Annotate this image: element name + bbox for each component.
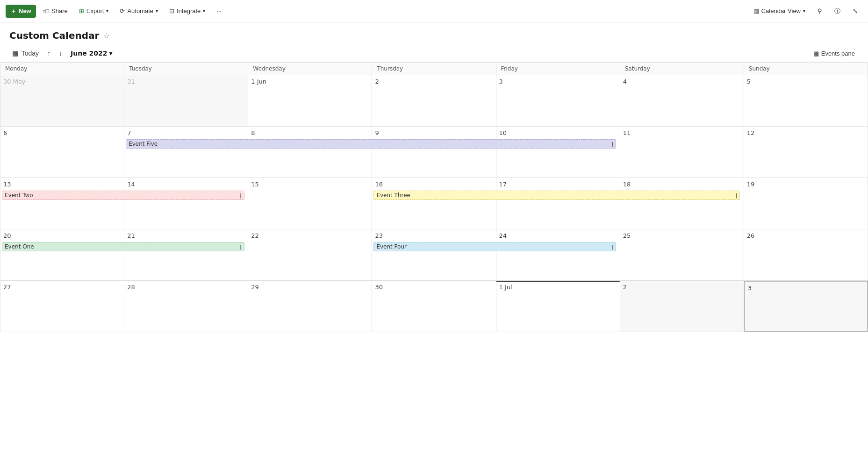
integrate-label: Integrate (177, 7, 201, 14)
toolbar: ＋ New ↑□ Share ⊞ Export ▾ ⟳ Automate ▾ ⊡… (0, 0, 868, 22)
events-pane-button[interactable]: ▦ Events pane (810, 48, 859, 59)
calendar-day-cell[interactable]: 25 (620, 229, 744, 281)
calendar-day-cell[interactable]: 26 (744, 229, 868, 281)
arrow-down-icon: ↓ (59, 50, 62, 57)
next-month-button[interactable]: ↓ (56, 48, 65, 59)
calendar-day-cell[interactable]: 30 (372, 281, 496, 332)
calendar-day-cell[interactable]: 4 (620, 75, 744, 127)
event-bar[interactable]: Event Two| (2, 191, 244, 200)
day-number: 12 (747, 129, 865, 136)
calendar-day-cell[interactable]: 3 (496, 75, 620, 127)
favorite-star-icon[interactable]: ☆ (103, 31, 109, 40)
calendar-day-cell[interactable]: 12 (744, 127, 868, 178)
info-button[interactable]: ⓘ (830, 5, 845, 18)
arrow-up-icon: ↑ (47, 50, 50, 57)
prev-month-button[interactable]: ↑ (44, 48, 53, 59)
automate-label: Automate (127, 7, 153, 14)
calendar-day-cell[interactable]: 23Event Four| (372, 229, 496, 281)
event-bar[interactable]: Event Five| (126, 139, 616, 149)
calendar-day-cell[interactable]: 24 (496, 229, 620, 281)
day-number: 7 (127, 129, 245, 136)
calendar-day-cell[interactable]: 31 (124, 75, 248, 127)
calendar-day-cell[interactable]: 21 (124, 229, 248, 281)
day-number: 19 (747, 181, 865, 188)
export-button[interactable]: ⊞ Export ▾ (74, 5, 114, 17)
day-number: 10 (499, 129, 617, 136)
calendar-day-cell[interactable]: 10 (496, 127, 620, 178)
event-bar[interactable]: Event Four| (373, 242, 616, 251)
event-resize-handle[interactable]: | (612, 142, 613, 147)
day-number: 24 (499, 232, 617, 239)
event-bar[interactable]: Event Three| (373, 191, 740, 200)
day-number: 31 (127, 78, 245, 85)
day-number: 18 (623, 181, 741, 188)
event-resize-handle[interactable]: | (736, 193, 737, 198)
automate-icon: ⟳ (120, 7, 125, 14)
calendar-day-cell[interactable]: 8 (248, 127, 372, 178)
calendar-day-cell[interactable]: 19 (744, 178, 868, 229)
calendar-day-cell[interactable]: 30 May (0, 75, 124, 127)
event-resize-handle[interactable]: | (240, 193, 241, 198)
day-number: 13 (3, 181, 121, 188)
calendar-view-button[interactable]: ▦ Calendar View ▾ (749, 5, 810, 17)
event-name: Event Three (376, 192, 733, 199)
calendar-day-cell[interactable]: 16Event Three| (372, 178, 496, 229)
day-number: 25 (623, 232, 741, 239)
day-number: 23 (375, 232, 493, 239)
calendar-controls: ▦ Today ↑ ↓ June 2022 ▾ ▦ Events pane (0, 45, 868, 62)
page-title: Custom Calendar (9, 30, 99, 41)
calendar-day-cell[interactable]: 1 Jul (496, 281, 620, 332)
calendar-day-cell[interactable]: 3 (744, 281, 868, 332)
calendar-view-label: Calendar View (761, 7, 801, 14)
plus-icon: ＋ (10, 7, 16, 15)
month-year-label[interactable]: June 2022 ▾ (68, 48, 115, 59)
day-number: 29 (251, 284, 369, 291)
events-pane-icon: ▦ (813, 50, 819, 57)
export-chevron-icon: ▾ (106, 8, 108, 14)
day-number: 26 (747, 232, 865, 239)
event-resize-handle[interactable]: | (240, 244, 241, 249)
day-number: 28 (127, 284, 245, 291)
today-button[interactable]: ▦ Today (9, 48, 42, 59)
calendar-day-cell[interactable]: 2 (620, 281, 744, 332)
calendar-day-cell[interactable]: 7Event Five| (124, 127, 248, 178)
collapse-button[interactable]: ⤡ (848, 5, 862, 17)
calendar-day-cell[interactable]: 1 Jun (248, 75, 372, 127)
event-resize-handle[interactable]: | (612, 244, 613, 249)
calendar-day-cell[interactable]: 17 (496, 178, 620, 229)
integrate-icon: ⊡ (169, 7, 174, 14)
calendar-day-cell[interactable]: 11 (620, 127, 744, 178)
new-button[interactable]: ＋ New (6, 5, 36, 18)
calendar-day-cell[interactable]: 15 (248, 178, 372, 229)
calendar-day-cell[interactable]: 29 (248, 281, 372, 332)
calendar-day-cell[interactable]: 20Event One| (0, 229, 124, 281)
day-number: 17 (499, 181, 617, 188)
calendar-day-cell[interactable]: 5 (744, 75, 868, 127)
automate-button[interactable]: ⟳ Automate ▾ (115, 5, 163, 17)
more-button[interactable]: ··· (212, 5, 226, 17)
calendar-day-cell[interactable]: 13Event Two| (0, 178, 124, 229)
day-number: 2 (375, 78, 493, 85)
calendar-day-cell[interactable]: 28 (124, 281, 248, 332)
calendar-day-cell[interactable]: 27 (0, 281, 124, 332)
share-button[interactable]: ↑□ Share (38, 5, 72, 17)
integrate-button[interactable]: ⊡ Integrate ▾ (165, 5, 210, 17)
filter-button[interactable]: ⚲ (813, 5, 827, 17)
calendar-day-cell[interactable]: 6 (0, 127, 124, 178)
calendar-day-cell[interactable]: 9 (372, 127, 496, 178)
automate-chevron-icon: ▾ (156, 8, 158, 14)
calendar-day-cell[interactable]: 14 (124, 178, 248, 229)
calendar-day-cell[interactable]: 22 (248, 229, 372, 281)
calendar-day-cell[interactable]: 2 (372, 75, 496, 127)
new-label: New (19, 7, 31, 14)
event-bar[interactable]: Event One| (2, 242, 244, 251)
month-chevron-icon: ▾ (109, 50, 112, 57)
day-number: 16 (375, 181, 493, 188)
more-dots-label: ··· (216, 7, 222, 14)
month-year-text: June 2022 (71, 50, 107, 57)
calendar-view-icon: ▦ (753, 7, 759, 14)
event-name: Event Four (376, 243, 610, 250)
filter-icon: ⚲ (818, 7, 822, 14)
day-number: 8 (251, 129, 369, 136)
calendar-day-cell[interactable]: 18 (620, 178, 744, 229)
